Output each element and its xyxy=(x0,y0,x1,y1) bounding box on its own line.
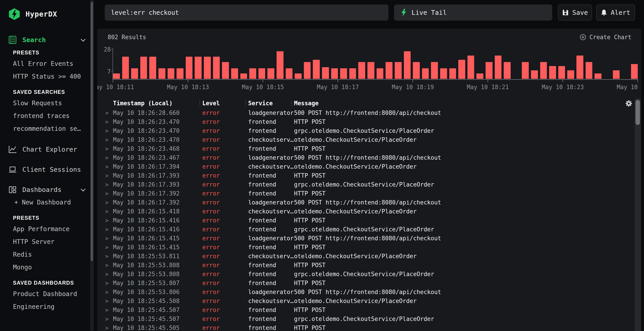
histogram-bar[interactable] xyxy=(631,64,638,79)
table-row[interactable]: May 10 18:25:53.806 error loadgenerator … xyxy=(97,287,641,296)
column-header-level[interactable]: Level xyxy=(197,100,243,107)
histogram-bar[interactable] xyxy=(213,57,220,79)
row-expand-chevron-icon[interactable] xyxy=(105,181,113,188)
histogram-bar[interactable] xyxy=(549,66,556,79)
sidebar-item-preset-dashboard[interactable]: HTTP Server xyxy=(0,235,94,248)
histogram-bar[interactable] xyxy=(422,68,429,79)
table-row[interactable]: May 10 18:26:23.468 error frontend HTTP … xyxy=(97,144,641,153)
histogram-bar[interactable] xyxy=(540,62,547,79)
column-drag-icon[interactable] xyxy=(197,100,203,107)
row-expand-chevron-icon[interactable] xyxy=(105,119,113,125)
sidebar-item-preset-dashboard[interactable]: App Performance xyxy=(0,223,94,235)
row-expand-chevron-icon[interactable] xyxy=(105,298,113,304)
table-row[interactable]: May 10 18:26:23.467 error loadgenerator … xyxy=(97,153,641,162)
search-query-input[interactable] xyxy=(105,5,388,21)
column-drag-icon[interactable] xyxy=(243,100,248,107)
table-row[interactable]: May 10 18:25:45.505 error frontend HTTP … xyxy=(97,323,641,331)
sidebar-item-preset-dashboard[interactable]: Mongo xyxy=(0,261,94,274)
row-expand-chevron-icon[interactable] xyxy=(105,226,113,233)
histogram-bar[interactable] xyxy=(576,56,583,79)
sidebar-item-preset-search[interactable]: HTTP Status >= 400 xyxy=(0,70,94,83)
create-chart-button[interactable]: Create Chart xyxy=(580,34,632,41)
table-row[interactable]: May 10 18:26:15.418 error checkoutserv… … xyxy=(97,207,641,216)
row-expand-chevron-icon[interactable] xyxy=(105,244,113,251)
row-expand-chevron-icon[interactable] xyxy=(105,190,113,197)
table-row[interactable]: May 10 18:25:45.507 error frontend grpc.… xyxy=(97,314,641,323)
histogram-bar[interactable] xyxy=(195,57,202,79)
sidebar-item-search[interactable]: Search xyxy=(0,34,94,46)
column-header-message[interactable]: Message xyxy=(289,100,641,107)
histogram-bar[interactable] xyxy=(149,57,156,79)
histogram-bar[interactable] xyxy=(340,68,347,79)
row-expand-chevron-icon[interactable] xyxy=(105,217,113,224)
histogram-bar[interactable] xyxy=(476,74,483,79)
row-expand-chevron-icon[interactable] xyxy=(105,110,113,116)
histogram-bar[interactable] xyxy=(594,74,602,79)
sidebar-item-preset-dashboard[interactable]: Redis xyxy=(0,248,94,261)
table-row[interactable]: May 10 18:26:17.393 error frontend grpc.… xyxy=(97,180,641,189)
row-expand-chevron-icon[interactable] xyxy=(105,172,113,179)
histogram-bar[interactable] xyxy=(504,62,511,79)
histogram-bar[interactable] xyxy=(122,57,129,79)
gear-icon[interactable] xyxy=(625,100,632,107)
table-row[interactable]: May 10 18:26:15.415 error loadgenerator … xyxy=(97,234,641,243)
histogram-bar[interactable] xyxy=(258,68,266,79)
row-expand-chevron-icon[interactable] xyxy=(105,127,113,134)
row-expand-chevron-icon[interactable] xyxy=(105,289,113,295)
table-row[interactable]: May 10 18:25:45.507 error frontend HTTP … xyxy=(97,305,641,314)
table-row[interactable]: May 10 18:26:17.394 error checkoutserv… … xyxy=(97,162,641,171)
sidebar-item-new-dashboard[interactable]: + New Dashboard xyxy=(0,196,94,209)
histogram-bar[interactable] xyxy=(168,68,174,79)
row-expand-chevron-icon[interactable] xyxy=(105,154,113,161)
table-row[interactable]: May 10 18:25:45.508 error checkoutserv… … xyxy=(97,296,641,305)
table-row[interactable]: May 10 18:26:15.416 error frontend grpc.… xyxy=(97,225,641,234)
table-row[interactable]: May 10 18:26:15.415 error frontend HTTP … xyxy=(97,243,641,252)
sidebar-item-saved-search[interactable]: recommendation se… xyxy=(0,122,94,135)
histogram-bar[interactable] xyxy=(376,68,384,79)
sidebar-item-chart-explorer[interactable]: Chart Explorer xyxy=(0,143,94,156)
histogram-bar[interactable] xyxy=(222,62,229,79)
table-row[interactable]: May 10 18:25:53.808 error frontend grpc.… xyxy=(97,270,641,279)
table-row[interactable]: May 10 18:26:17.392 error loadgenerator … xyxy=(97,198,641,207)
table-scrollbar-thumb[interactable] xyxy=(636,100,640,125)
histogram-bar[interactable] xyxy=(586,62,592,79)
histogram-bar[interactable] xyxy=(404,51,411,79)
table-row[interactable]: May 10 18:25:53.811 error checkoutserv… … xyxy=(97,252,641,261)
histogram-bar[interactable] xyxy=(249,68,256,79)
histogram-bar[interactable] xyxy=(358,62,365,79)
histogram-bar[interactable] xyxy=(176,68,184,79)
histogram-bar[interactable] xyxy=(531,70,538,79)
histogram-bar[interactable] xyxy=(331,68,338,79)
histogram-bar[interactable] xyxy=(613,70,620,79)
sidebar-item-preset-search[interactable]: All Error Events xyxy=(0,57,94,70)
histogram-bar[interactable] xyxy=(268,68,274,79)
histogram-bar[interactable] xyxy=(522,62,529,79)
histogram-bar[interactable] xyxy=(313,60,320,79)
histogram-bar[interactable] xyxy=(413,62,420,79)
row-expand-chevron-icon[interactable] xyxy=(105,315,113,322)
alert-button[interactable]: Alert xyxy=(596,5,635,21)
histogram-bar[interactable] xyxy=(304,62,311,79)
histogram-bar[interactable] xyxy=(495,56,502,79)
sidebar-item-saved-search[interactable]: Slow Requests xyxy=(0,97,94,110)
histogram-bar[interactable] xyxy=(558,66,565,79)
sidebar-scrollbar-thumb[interactable] xyxy=(91,2,93,261)
column-drag-icon[interactable] xyxy=(289,100,294,107)
row-expand-chevron-icon[interactable] xyxy=(105,280,113,286)
histogram-bar[interactable] xyxy=(386,62,392,79)
app-logo[interactable]: HyperDX xyxy=(8,8,94,21)
save-button[interactable]: Save xyxy=(558,5,592,21)
row-expand-chevron-icon[interactable] xyxy=(105,163,113,170)
histogram-bar[interactable] xyxy=(276,51,284,79)
row-expand-chevron-icon[interactable] xyxy=(105,235,113,242)
table-row[interactable]: May 10 18:26:23.470 error checkoutserv… … xyxy=(97,135,641,144)
table-scrollbar[interactable] xyxy=(634,99,641,331)
table-row[interactable]: May 10 18:25:53.807 error frontend HTTP … xyxy=(97,279,641,287)
histogram-bar[interactable] xyxy=(240,74,247,79)
histogram-bar[interactable] xyxy=(140,57,147,79)
histogram-bar[interactable] xyxy=(440,68,447,79)
histogram-bar[interactable] xyxy=(131,68,138,79)
histogram-bar[interactable] xyxy=(431,62,438,79)
table-row[interactable]: May 10 18:26:17.392 error frontend HTTP … xyxy=(97,189,641,198)
histogram-bar[interactable] xyxy=(449,68,456,79)
